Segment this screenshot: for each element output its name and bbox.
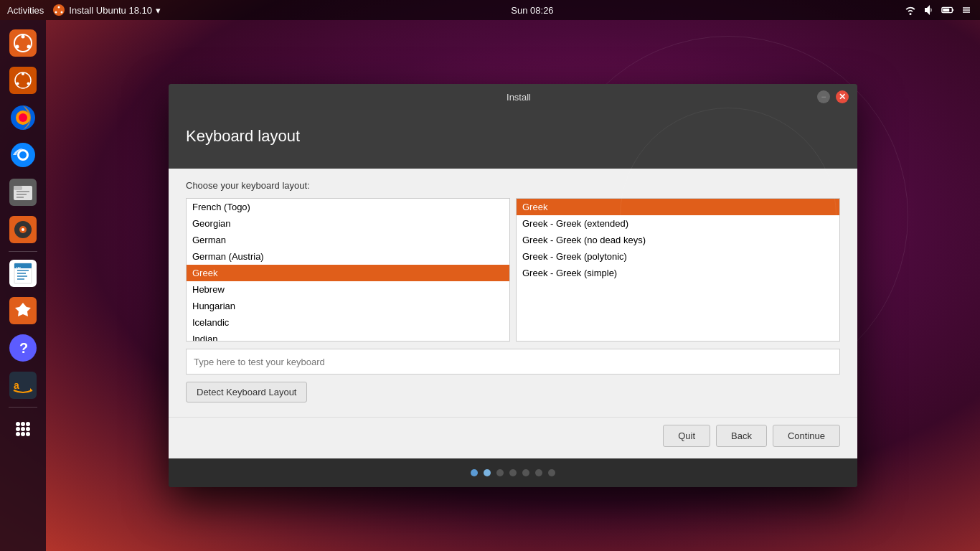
dock-item-amazon[interactable]: a [6, 368, 40, 402]
wifi-icon[interactable] [904, 4, 917, 17]
dock: W ? a [0, 20, 46, 551]
dock-separator-2 [9, 407, 37, 408]
dialog-header: Keyboard layout [169, 110, 857, 169]
dialog-overlay: Install − ✕ Keyboard layout Choose your … [46, 20, 980, 551]
svg-point-19 [19, 113, 27, 122]
progress-dot-1 [471, 469, 478, 476]
dock-item-thunderbird[interactable] [6, 138, 40, 172]
variant-item[interactable]: Greek - Greek (polytonic) [517, 248, 839, 265]
svg-point-1 [58, 6, 60, 9]
svg-point-2 [55, 11, 57, 14]
variant-item[interactable]: Greek - Greek (no dead keys) [517, 232, 839, 248]
app-chevron: ▾ [156, 5, 161, 16]
svg-point-10 [16, 45, 19, 49]
svg-text:W: W [17, 266, 21, 270]
clock-display: Sun 08:26 [511, 5, 553, 16]
svg-rect-7 [9, 29, 37, 57]
dock-item-libreoffice-writer[interactable]: W [6, 256, 40, 291]
dock-item-install-ubuntu2[interactable] [6, 63, 40, 98]
svg-point-42 [16, 427, 20, 431]
svg-point-14 [22, 72, 24, 75]
progress-dot-2 [484, 469, 491, 476]
svg-point-22 [19, 151, 27, 159]
dialog-controls: − ✕ [817, 90, 849, 103]
svg-point-9 [22, 35, 25, 39]
dialog-minimize-button[interactable]: − [817, 90, 830, 103]
progress-dot-7 [548, 469, 555, 476]
keyboard-lists-container: French (Togo) Georgian German German (Au… [186, 198, 840, 342]
list-item[interactable]: German (Austria) [187, 248, 509, 265]
dialog-footer: Quit Back Continue [169, 417, 857, 458]
svg-rect-6 [952, 9, 953, 11]
keyboard-label: Choose your keyboard layout: [186, 180, 840, 191]
battery-icon[interactable] [941, 4, 954, 17]
system-tray [904, 4, 973, 17]
svg-point-3 [61, 11, 63, 14]
svg-point-43 [21, 427, 25, 431]
progress-dots [169, 458, 857, 487]
svg-point-39 [16, 422, 20, 426]
dialog-body: Choose your keyboard layout: French (Tog… [169, 169, 857, 417]
list-item[interactable]: Hebrew [187, 281, 509, 298]
list-item-selected[interactable]: Greek [187, 265, 509, 281]
dialog-heading: Keyboard layout [186, 127, 840, 146]
dock-item-files[interactable] [6, 175, 40, 209]
svg-rect-12 [9, 67, 37, 94]
svg-point-45 [16, 432, 20, 436]
svg-rect-25 [14, 186, 22, 190]
svg-point-11 [27, 45, 31, 49]
dialog-close-button[interactable]: ✕ [836, 90, 849, 103]
variant-item-selected[interactable]: Greek [517, 199, 839, 215]
svg-point-29 [22, 228, 24, 231]
list-item[interactable]: French (Togo) [187, 199, 509, 215]
keyboard-test-input[interactable] [186, 349, 840, 375]
quit-button[interactable]: Quit [663, 425, 710, 447]
system-menu-icon[interactable] [960, 4, 973, 17]
keyboard-layout-list[interactable]: French (Togo) Georgian German German (Au… [186, 198, 510, 342]
install-dialog: Install − ✕ Keyboard layout Choose your … [169, 84, 857, 487]
svg-rect-5 [943, 9, 949, 12]
list-item[interactable]: Hungarian [187, 298, 509, 314]
dock-item-install-ubuntu[interactable] [6, 26, 40, 60]
progress-dot-3 [496, 469, 504, 476]
activities-button[interactable]: Activities [7, 5, 44, 16]
progress-dot-4 [509, 469, 517, 476]
dock-item-help[interactable]: ? [6, 331, 40, 365]
back-button[interactable]: Back [716, 425, 767, 447]
dialog-titlebar: Install − ✕ [169, 84, 857, 110]
app-indicator[interactable]: Install Ubuntu 18.10 ▾ [52, 4, 161, 17]
list-item[interactable]: German [187, 232, 509, 248]
list-item[interactable]: Georgian [187, 215, 509, 232]
svg-point-46 [21, 432, 25, 436]
svg-point-40 [21, 422, 25, 426]
svg-point-44 [26, 427, 30, 431]
svg-text:a: a [14, 380, 19, 391]
detect-keyboard-button[interactable]: Detect Keyboard Layout [186, 382, 307, 402]
svg-point-16 [27, 83, 30, 85]
progress-dot-6 [535, 469, 542, 476]
app-name-label: Install Ubuntu 18.10 [69, 5, 152, 16]
svg-point-0 [53, 4, 65, 16]
continue-button[interactable]: Continue [773, 425, 840, 447]
svg-point-41 [26, 422, 30, 426]
list-item[interactable]: Indian [187, 331, 509, 342]
dock-separator [9, 251, 37, 252]
dialog-title: Install [220, 92, 817, 103]
list-item[interactable]: Icelandic [187, 314, 509, 331]
keyboard-variant-list[interactable]: Greek Greek - Greek (extended) Greek - G… [516, 198, 840, 342]
variant-item[interactable]: Greek - Greek (extended) [517, 215, 839, 232]
svg-text:?: ? [19, 340, 28, 356]
desktop: Activities Install Ubuntu 18.10 ▾ Sun 08… [0, 0, 980, 551]
dock-item-software-center[interactable] [6, 293, 40, 328]
progress-dot-5 [522, 469, 529, 476]
dock-item-firefox[interactable] [6, 100, 40, 135]
svg-point-15 [17, 83, 19, 85]
svg-point-47 [26, 432, 30, 436]
dock-item-app-grid[interactable] [6, 412, 40, 446]
dock-item-rhythmbox[interactable] [6, 212, 40, 247]
top-panel: Activities Install Ubuntu 18.10 ▾ Sun 08… [0, 0, 980, 20]
volume-icon[interactable] [923, 4, 936, 17]
variant-item[interactable]: Greek - Greek (simple) [517, 265, 839, 281]
